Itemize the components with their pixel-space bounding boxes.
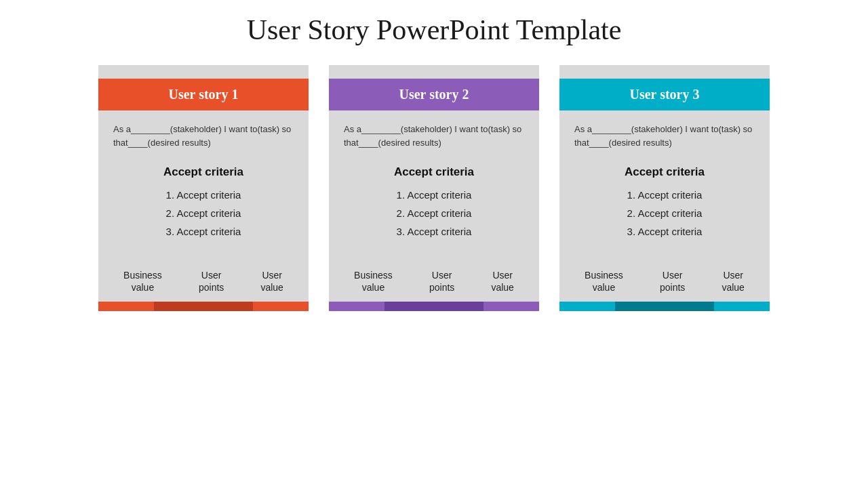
criteria-item-2-1: 1. Accept criteria xyxy=(344,186,524,204)
footer-item-2-3: Uservalue xyxy=(491,269,513,293)
card-body-2: As a________(stakeholder) I want to(task… xyxy=(329,116,539,261)
card-description-1: As a________(stakeholder) I want to(task… xyxy=(113,123,294,149)
accept-criteria-title-2: Accept criteria xyxy=(344,165,524,179)
bar-3-3 xyxy=(714,302,770,311)
card-footer-3: BusinessvalueUserpointsUservalue xyxy=(559,261,770,299)
criteria-item-1-1: 1. Accept criteria xyxy=(113,186,294,204)
accept-criteria-title-1: Accept criteria xyxy=(113,165,294,179)
card-description-3: As a________(stakeholder) I want to(task… xyxy=(574,123,755,149)
criteria-item-3-2: 2. Accept criteria xyxy=(574,204,755,222)
cards-container: User story 1As a________(stakeholder) I … xyxy=(41,65,827,311)
bar-2-3 xyxy=(484,302,539,311)
card-description-2: As a________(stakeholder) I want to(task… xyxy=(344,123,524,149)
bar-2-2 xyxy=(384,302,484,311)
footer-item-3-2: Userpoints xyxy=(660,269,685,293)
footer-item-2-1: Businessvalue xyxy=(354,269,393,293)
footer-item-1-3: Uservalue xyxy=(260,269,283,293)
criteria-list-1: 1. Accept criteria2. Accept criteria3. A… xyxy=(113,186,294,241)
footer-item-3-3: Uservalue xyxy=(722,269,744,293)
bottom-bars-2 xyxy=(329,302,539,311)
bar-2-1 xyxy=(329,302,384,311)
user-story-card-3: User story 3As a________(stakeholder) I … xyxy=(559,65,770,311)
criteria-list-3: 1. Accept criteria2. Accept criteria3. A… xyxy=(574,186,755,241)
criteria-item-3-1: 1. Accept criteria xyxy=(574,186,755,204)
card-body-3: As a________(stakeholder) I want to(task… xyxy=(559,116,770,261)
footer-item-1-1: Businessvalue xyxy=(123,269,162,293)
footer-item-2-2: Userpoints xyxy=(429,269,454,293)
bar-3-1 xyxy=(559,302,615,311)
card-header-2: User story 2 xyxy=(329,79,539,110)
bar-3-2 xyxy=(615,302,715,311)
card-footer-2: BusinessvalueUserpointsUservalue xyxy=(329,261,539,299)
criteria-item-1-2: 2. Accept criteria xyxy=(113,204,294,222)
bottom-bars-3 xyxy=(559,302,770,311)
criteria-item-2-3: 3. Accept criteria xyxy=(344,222,524,241)
user-story-card-2: User story 2As a________(stakeholder) I … xyxy=(329,65,539,311)
footer-item-1-2: Userpoints xyxy=(199,269,224,293)
bottom-bars-1 xyxy=(98,302,309,311)
criteria-list-2: 1. Accept criteria2. Accept criteria3. A… xyxy=(344,186,524,241)
accept-criteria-title-3: Accept criteria xyxy=(574,165,755,179)
bar-1-2 xyxy=(154,302,254,311)
criteria-item-2-2: 2. Accept criteria xyxy=(344,204,524,222)
criteria-item-3-3: 3. Accept criteria xyxy=(574,222,755,241)
page-title: User Story PowerPoint Template xyxy=(247,14,622,46)
user-story-card-1: User story 1As a________(stakeholder) I … xyxy=(98,65,309,311)
bar-1-3 xyxy=(253,302,309,311)
criteria-item-1-3: 3. Accept criteria xyxy=(113,222,294,241)
card-body-1: As a________(stakeholder) I want to(task… xyxy=(98,116,309,261)
bar-1-1 xyxy=(98,302,154,311)
footer-item-3-1: Businessvalue xyxy=(585,269,623,293)
card-header-3: User story 3 xyxy=(559,79,770,110)
card-footer-1: BusinessvalueUserpointsUservalue xyxy=(98,261,309,299)
card-header-1: User story 1 xyxy=(98,79,309,110)
